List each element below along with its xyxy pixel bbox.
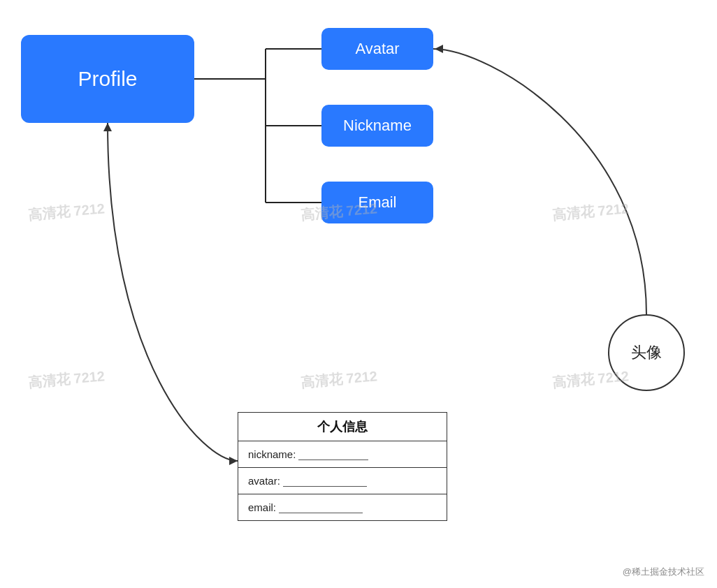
watermark-4: 高清花 7212 [27, 367, 106, 392]
nickname-label: Nickname [343, 117, 412, 135]
profile-box: Profile [21, 35, 194, 123]
avatar-box: Avatar [321, 28, 433, 70]
watermark-1: 高清花 7212 [27, 199, 106, 224]
avatar-label: Avatar [355, 40, 399, 58]
email-box: Email [321, 182, 433, 223]
table-row-avatar: avatar: [238, 468, 447, 494]
table-row-email: email: [238, 494, 447, 520]
email-label: Email [358, 193, 396, 212]
svg-marker-6 [229, 457, 238, 465]
email-field-value [279, 502, 363, 513]
profile-label: Profile [78, 67, 137, 91]
watermark-3: 高清花 7212 [551, 199, 630, 224]
touimage-label: 头像 [631, 342, 662, 363]
nickname-box: Nickname [321, 105, 433, 147]
info-table-title: 个人信息 [238, 413, 447, 441]
info-table: 个人信息 nickname: avatar: email: [238, 412, 447, 521]
avatar-field-label: avatar: [248, 475, 280, 487]
svg-marker-5 [435, 45, 443, 53]
avatar-field-value [283, 476, 367, 487]
nickname-field-label: nickname: [248, 448, 296, 460]
touimage-circle: 头像 [608, 314, 685, 391]
diagram-container: Profile Avatar Nickname Email 头像 个人信息 ni… [0, 0, 717, 588]
watermark-5: 高清花 7212 [300, 367, 378, 392]
svg-marker-7 [103, 123, 112, 131]
email-field-label: email: [248, 501, 276, 513]
nickname-field-value [298, 449, 368, 460]
credit-text: @稀土掘金技术社区 [623, 566, 704, 578]
table-row-nickname: nickname: [238, 441, 447, 468]
